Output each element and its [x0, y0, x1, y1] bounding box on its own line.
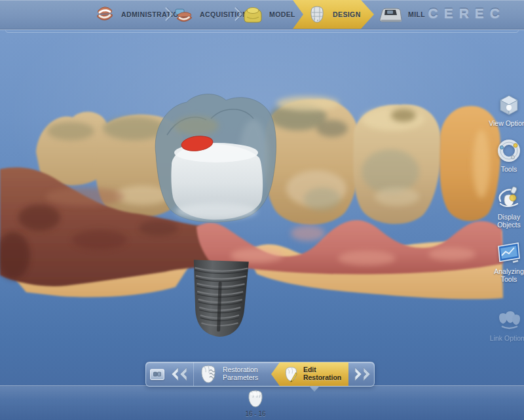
mill-machine-icon: [377, 4, 403, 25]
edit-restoration-tooth-pencil-icon: [282, 363, 301, 385]
sidebar-item-view-options[interactable]: View Options: [489, 92, 524, 127]
analyzing-tools-monitor-icon: [495, 240, 523, 266]
tooth-range-label: 16 - 16: [245, 410, 265, 417]
restoration-parameters-tooth-icon: [196, 363, 220, 385]
tool-sidebar: View Options Tools Display Objects Analy…: [483, 92, 524, 353]
tooth-16-icon: [245, 389, 266, 410]
cerec-logo: CEREC: [428, 5, 506, 21]
sidebar-item-label: View Options: [489, 119, 524, 127]
model-cast-icon: [241, 4, 265, 25]
tools-ring-icon: [495, 138, 523, 164]
design-crown-icon: [306, 3, 328, 26]
previous-step-button[interactable]: [164, 362, 193, 386]
crown-design: [155, 94, 276, 223]
sidebar-item-display-objects[interactable]: Display Objects: [489, 184, 524, 229]
edit-restoration-button[interactable]: Edit Restoration: [271, 362, 348, 386]
top-workflow-bar: ADMINISTRATION ACQUISITION MODEL DESIGN: [0, 0, 524, 29]
nav-design-active[interactable]: DESIGN: [293, 0, 374, 29]
collapse-toolbar-button[interactable]: [150, 369, 164, 380]
restoration-tooth-indicator[interactable]: 16 - 16: [236, 389, 275, 417]
implant-screw: [191, 260, 249, 338]
collapse-icon: [153, 372, 161, 377]
acquisition-scanner-icon: [173, 4, 195, 25]
sidebar-item-analyzing-tools[interactable]: Analyzing Tools: [489, 240, 524, 284]
sidebar-item-link-options: Link Options: [489, 308, 524, 342]
view-options-cube-icon: [495, 92, 523, 118]
next-step-button[interactable]: [348, 362, 377, 386]
nav-mill-label: MILL: [408, 10, 425, 18]
sidebar-item-label: Analyzing Tools: [489, 267, 524, 284]
double-chevron-left-icon: [168, 366, 190, 382]
double-chevron-right-icon: [352, 366, 374, 382]
nav-design-label: DESIGN: [333, 10, 361, 18]
sidebar-item-label: Link Options: [489, 334, 524, 342]
display-objects-icon: [495, 184, 523, 212]
restoration-parameters-label: Restoration Parameters: [223, 366, 272, 382]
link-options-icon: [495, 308, 523, 333]
sidebar-item-tools[interactable]: Tools: [489, 138, 524, 173]
nav-mill[interactable]: MILL: [377, 0, 425, 29]
nav-model[interactable]: MODEL: [241, 0, 295, 29]
sidebar-item-label: Display Objects: [489, 213, 524, 229]
sidebar-item-label: Tools: [489, 165, 524, 173]
restoration-parameters-button[interactable]: Restoration Parameters: [193, 362, 275, 386]
administration-denture-icon: [93, 4, 117, 25]
nav-model-label: MODEL: [269, 10, 295, 18]
bottom-step-toolbar: Restoration Parameters Edit Restoration: [145, 362, 375, 387]
edit-restoration-label: Edit Restoration: [303, 366, 346, 382]
